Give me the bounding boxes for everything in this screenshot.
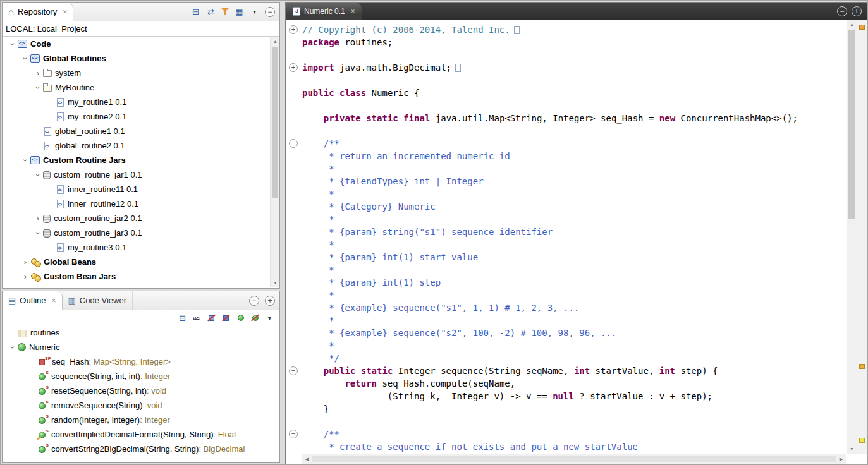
expand-arrow-icon[interactable]: › — [20, 272, 30, 281]
refresh-icon[interactable]: ⇄ — [206, 7, 216, 16]
outline-item-convertstring2bigdecimal[interactable]: ›convertString2BigDecimal(String, String… — [3, 442, 279, 456]
outline-item-numeric[interactable]: ›Numeric — [3, 340, 279, 354]
fold-collapse-icon[interactable]: − — [289, 139, 298, 148]
sort-icon[interactable]: az↓ — [192, 313, 202, 323]
view-menu-icon[interactable]: ▾ — [265, 313, 274, 323]
minimize-view-icon[interactable]: − — [265, 7, 275, 17]
scrollbar-thumb[interactable] — [312, 456, 836, 462]
expand-arrow-icon[interactable]: › — [8, 39, 17, 49]
repository-scrollbar[interactable]: ▲ ▼ — [270, 37, 279, 287]
minimize-view-icon[interactable]: − — [249, 296, 259, 306]
outline-item-resetsequence[interactable]: ›resetSequence(String, int) : void — [3, 383, 279, 398]
expand-arrow-icon[interactable]: › — [21, 54, 30, 64]
collapsed-code-indicator[interactable] — [455, 64, 461, 72]
editor-horizontal-scrollbar[interactable]: ◀ ▶ — [302, 454, 846, 464]
tree-item-custom-routine-jars[interactable]: ›Custom Routine Jars — [3, 153, 270, 167]
tree-item-system[interactable]: ›system — [3, 66, 270, 80]
fold-collapse-icon[interactable]: − — [289, 430, 298, 438]
expand-arrow-icon[interactable]: › — [20, 258, 30, 267]
scroll-down-icon[interactable]: ▼ — [847, 444, 857, 454]
scroll-right-icon[interactable]: ▶ — [836, 454, 846, 464]
tree-item-label: my_routine3 0.1 — [68, 243, 126, 252]
collapsed-code-indicator[interactable] — [514, 26, 520, 34]
close-icon[interactable]: × — [351, 7, 355, 16]
tree-item-my-routine2-0-1[interactable]: ›my_routine2 0.1 — [3, 109, 270, 124]
outline-item-removesequence[interactable]: ›removeSequence(String) : void — [3, 398, 279, 413]
fold-expand-icon[interactable]: + — [289, 63, 298, 72]
maximize-view-icon[interactable]: + — [265, 296, 275, 306]
tree-item-code[interactable]: ›Code — [3, 37, 270, 51]
code-line: /** — [302, 137, 846, 150]
annotation-marker[interactable] — [859, 364, 865, 369]
scroll-up-icon[interactable]: ▲ — [271, 37, 280, 46]
method-wrench-icon — [39, 432, 46, 438]
collapse-all-icon[interactable]: ⊟ — [191, 7, 200, 16]
tab-outline[interactable]: ▤ Outline × — [3, 291, 63, 310]
fold-expand-icon[interactable]: + — [289, 25, 298, 34]
tree-item-custom-bean-jars[interactable]: ›Custom Bean Jars — [3, 269, 270, 284]
tree-item-global-routine2-0-1[interactable]: ›global_routine2 0.1 — [3, 138, 270, 153]
expand-arrow-icon[interactable]: › — [33, 214, 43, 223]
outline-item-seq-hash[interactable]: ›seq_Hash : Map<String, Integer> — [3, 354, 279, 369]
expand-arrow-icon[interactable]: › — [34, 170, 42, 180]
code-area[interactable]: // Copyright (c) 2006-2014, Talend Inc.p… — [302, 23, 846, 454]
maximize-editor-icon[interactable]: + — [852, 6, 862, 16]
tree-item-global-beans[interactable]: ›Global Beans — [3, 255, 270, 269]
close-icon[interactable]: × — [63, 8, 67, 16]
tree-item-myroutine[interactable]: ›MyRoutine — [3, 80, 270, 95]
scroll-left-icon[interactable]: ◀ — [302, 454, 312, 464]
fold-collapse-icon[interactable]: − — [289, 366, 298, 375]
editor-tab-numeric[interactable]: Numeric 0.1 × — [286, 3, 362, 20]
hide-local-types-icon[interactable] — [250, 313, 260, 323]
scrollbar-thumb[interactable] — [272, 47, 278, 198]
fold-gutter: ++−−− — [286, 20, 302, 454]
expand-arrow-icon[interactable]: › — [21, 155, 30, 166]
code-line: public class Numeric { — [302, 87, 846, 99]
scroll-up-icon[interactable]: ▲ — [847, 20, 857, 29]
tree-item-inner-routine12-0-1[interactable]: ›inner_routine12 0.1 — [3, 196, 270, 211]
outline-item-sequence[interactable]: ›sequence(String, int, int) : Integer — [3, 369, 279, 383]
tree-item-inner-routine11-0-1[interactable]: ›inner_routine11 0.1 — [3, 182, 270, 196]
code-viewer-icon: ▥ — [68, 296, 76, 305]
hide-fields-icon[interactable] — [207, 313, 216, 323]
tree-item-global-routine1-0-1[interactable]: ›global_routine1 0.1 — [3, 124, 270, 138]
scrollbar-thumb[interactable] — [848, 30, 855, 219]
annotation-marker[interactable] — [859, 25, 865, 30]
tree-item-custom-routine-jar1-0-1[interactable]: ›custom_routine_jar1 0.1 — [3, 167, 270, 182]
filter-icon[interactable] — [221, 8, 229, 16]
jar-icon — [43, 229, 51, 238]
view-menu-icon[interactable]: ▾ — [250, 7, 259, 16]
outline-item-random[interactable]: ›random(Integer, Integer) : Integer — [3, 413, 279, 427]
expand-arrow-icon[interactable]: › — [33, 69, 43, 78]
annotation-marker[interactable] — [859, 438, 865, 443]
tree-item-custom-routine-jar2-0-1[interactable]: ›custom_routine_jar2 0.1 — [3, 211, 270, 226]
collapse-all-icon[interactable]: ⊟ — [178, 313, 187, 323]
editor-vertical-scrollbar[interactable]: ▲ ▼ — [847, 20, 857, 454]
code-line: */ — [302, 352, 846, 365]
scroll-down-icon[interactable]: ▼ — [271, 278, 280, 287]
close-icon[interactable]: × — [52, 296, 56, 305]
code-line: return seq_Hash.compute(seqName, — [302, 377, 846, 390]
hide-static-members-icon[interactable] — [221, 313, 231, 323]
minimize-editor-icon[interactable]: − — [837, 6, 847, 16]
hide-non-public-members-icon[interactable] — [236, 313, 245, 323]
editor-tab-label: Numeric 0.1 — [304, 7, 345, 16]
tab-code-viewer[interactable]: ▥ Code Viewer — [63, 291, 133, 310]
code-line: package routines; — [302, 36, 846, 49]
outline-item-convertimplieddecimalformat[interactable]: ›convertImpliedDecimalFormat(String, Str… — [3, 427, 279, 442]
tree-item-custom-routine-jar3-0-1[interactable]: ›custom_routine_jar3 0.1 — [3, 226, 270, 240]
tab-repository[interactable]: ⌂ Repository × — [3, 3, 73, 21]
tree-item-my-routine3-0-1[interactable]: ›my_routine3 0.1 — [3, 240, 270, 255]
expand-arrow-icon[interactable]: › — [8, 342, 17, 353]
outline-item-routines[interactable]: ›routines — [3, 325, 279, 340]
tree-item-global-routines[interactable]: ›Global Routines — [3, 51, 270, 66]
code-line: } — [302, 402, 846, 415]
expand-arrow-icon[interactable]: › — [34, 83, 42, 93]
table-view-icon[interactable]: ▦ — [235, 7, 244, 16]
method-icon — [39, 417, 46, 424]
code-line: public static Integer sequence(String se… — [302, 365, 846, 377]
tree-item-my-routine1-0-1[interactable]: ›my_routine1 0.1 — [3, 95, 270, 109]
code-line: * — [302, 289, 846, 301]
expand-arrow-icon[interactable]: › — [34, 228, 42, 238]
outline-item-type: : Map<String, Integer> — [89, 357, 171, 366]
